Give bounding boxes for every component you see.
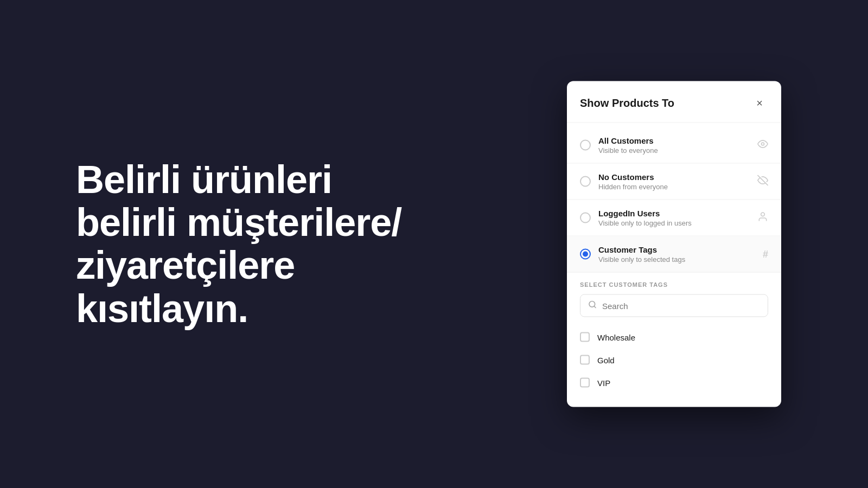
eye-icon [757, 138, 768, 152]
radio-no-customers[interactable] [580, 176, 591, 187]
option-desc-all-customers: Visible to everyone [598, 146, 753, 155]
option-text-no-customers: No Customers Hidden from everyone [598, 172, 753, 191]
option-label-loggedin-users: LoggedIn Users [598, 209, 753, 218]
option-loggedin-users[interactable]: LoggedIn Users Visible only to logged in… [567, 200, 781, 236]
modal-title: Show Products To [580, 97, 674, 109]
search-icon [588, 300, 597, 311]
modal-header: Show Products To × [567, 81, 781, 123]
option-label-no-customers: No Customers [598, 172, 753, 182]
tag-label-gold: Gold [597, 355, 615, 364]
option-label-customer-tags: Customer Tags [598, 245, 758, 254]
radio-all-customers[interactable] [580, 140, 591, 151]
option-text-all-customers: All Customers Visible to everyone [598, 136, 753, 155]
hash-icon: # [763, 248, 768, 260]
svg-point-2 [761, 213, 765, 216]
tags-section-label: SELECT CUSTOMER TAGS [580, 281, 768, 288]
radio-loggedin-users[interactable] [580, 213, 591, 223]
tag-item-gold[interactable]: Gold [580, 349, 768, 371]
option-desc-no-customers: Hidden from everyone [598, 183, 753, 191]
tags-list: Wholesale Gold VIP [567, 322, 781, 403]
checkbox-wholesale[interactable] [580, 332, 590, 342]
tags-section: SELECT CUSTOMER TAGS [567, 273, 781, 322]
option-text-loggedin-users: LoggedIn Users Visible only to logged in… [598, 209, 753, 227]
search-input[interactable] [602, 301, 760, 310]
svg-line-4 [594, 306, 596, 308]
tag-item-vip[interactable]: VIP [580, 371, 768, 394]
modal: Show Products To × All Customers Visible… [567, 81, 781, 407]
svg-point-0 [762, 143, 764, 145]
eye-off-icon [757, 175, 768, 188]
hero-text: Belirli ürünleri belirli müşterilere/ zi… [76, 158, 429, 330]
checkbox-gold[interactable] [580, 355, 590, 365]
radio-customer-tags[interactable] [580, 249, 591, 260]
option-no-customers[interactable]: No Customers Hidden from everyone [567, 164, 781, 200]
option-customer-tags[interactable]: Customer Tags Visible only to selected t… [567, 236, 781, 273]
option-desc-loggedin-users: Visible only to logged in users [598, 219, 753, 227]
tag-label-vip: VIP [597, 378, 610, 387]
checkbox-vip[interactable] [580, 378, 590, 388]
tag-label-wholesale: Wholesale [597, 332, 635, 342]
modal-overlay: Show Products To × All Customers Visible… [567, 81, 781, 407]
modal-body: All Customers Visible to everyone No Cus… [567, 123, 781, 407]
option-label-all-customers: All Customers [598, 136, 753, 145]
tag-item-wholesale[interactable]: Wholesale [580, 326, 768, 349]
user-icon [757, 211, 768, 224]
search-box[interactable] [580, 294, 768, 317]
option-desc-customer-tags: Visible only to selected tags [598, 255, 758, 264]
close-button[interactable]: × [751, 94, 768, 112]
option-all-customers[interactable]: All Customers Visible to everyone [567, 127, 781, 164]
option-text-customer-tags: Customer Tags Visible only to selected t… [598, 245, 758, 264]
